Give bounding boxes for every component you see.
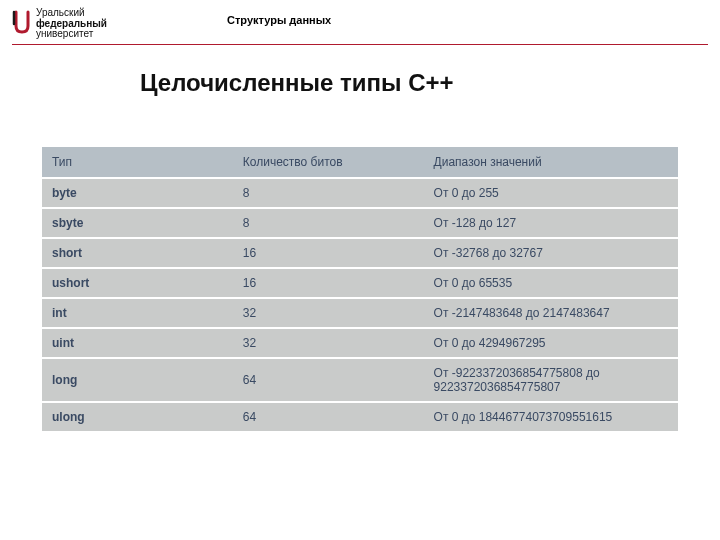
table-row: sbyte8От -128 до 127 [42,209,678,237]
cell-bits: 16 [233,269,424,297]
logo-text: Уральский федеральный университет [36,8,107,40]
cell-range: От 0 до 18446774073709551615 [424,403,678,431]
table-row: uint32От 0 до 4294967295 [42,329,678,357]
table-row: byte8От 0 до 255 [42,179,678,207]
col-header-bits: Количество битов [233,147,424,177]
types-table-container: Тип Количество битов Диапазон значений b… [42,145,678,433]
header-divider [12,44,708,46]
cell-type: byte [42,179,233,207]
university-logo: Уральский федеральный университет [12,8,107,40]
cell-range: От 0 до 4294967295 [424,329,678,357]
cell-type: uint [42,329,233,357]
cell-type: long [42,359,233,401]
cell-bits: 32 [233,329,424,357]
cell-range: От -2147483648 до 2147483647 [424,299,678,327]
cell-range: От -32768 до 32767 [424,239,678,267]
logo-mark-icon [12,10,32,38]
integer-types-table: Тип Количество битов Диапазон значений b… [42,145,678,433]
cell-type: ulong [42,403,233,431]
table-row: ulong64От 0 до 18446774073709551615 [42,403,678,431]
slide-header: Уральский федеральный университет Структ… [0,0,720,40]
cell-range: От 0 до 65535 [424,269,678,297]
course-label: Структуры данных [227,14,331,26]
logo-line1: Уральский [36,8,107,19]
cell-bits: 8 [233,209,424,237]
cell-type: short [42,239,233,267]
table-row: long64От -9223372036854775808 до 9223372… [42,359,678,401]
cell-bits: 8 [233,179,424,207]
cell-bits: 64 [233,359,424,401]
cell-type: sbyte [42,209,233,237]
cell-type: ushort [42,269,233,297]
col-header-type: Тип [42,147,233,177]
table-row: ushort16От 0 до 65535 [42,269,678,297]
cell-bits: 64 [233,403,424,431]
cell-type: int [42,299,233,327]
cell-bits: 32 [233,299,424,327]
table-header-row: Тип Количество битов Диапазон значений [42,147,678,177]
table-row: int32От -2147483648 до 2147483647 [42,299,678,327]
cell-range: От -128 до 127 [424,209,678,237]
cell-bits: 16 [233,239,424,267]
cell-range: От 0 до 255 [424,179,678,207]
col-header-range: Диапазон значений [424,147,678,177]
cell-range: От -9223372036854775808 до 9223372036854… [424,359,678,401]
table-row: short16От -32768 до 32767 [42,239,678,267]
logo-line3: университет [36,29,107,40]
page-title: Целочисленные типы С++ [140,69,720,97]
